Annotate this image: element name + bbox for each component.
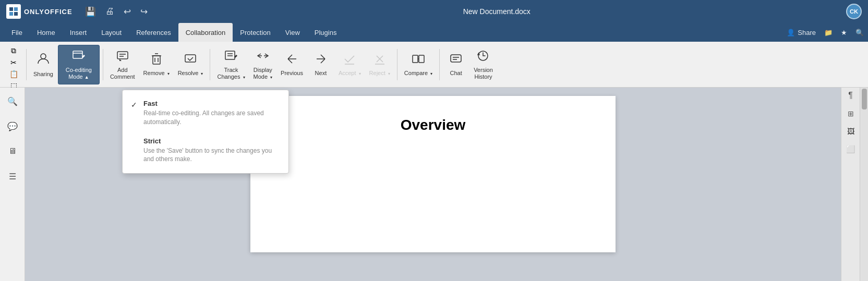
display-mode-button[interactable]: DisplayMode ▾ xyxy=(250,45,276,84)
save-icon[interactable]: 💾 xyxy=(85,6,96,17)
copy-icon: ⧉ xyxy=(11,46,16,55)
previous-button[interactable]: Previous xyxy=(277,45,307,84)
previous-label: Previous xyxy=(281,70,303,77)
sidebar-navigator-icon[interactable]: 🖥 xyxy=(4,143,21,160)
compare-button[interactable]: Compare ▾ xyxy=(401,45,436,84)
reject-button[interactable]: Reject ▾ xyxy=(366,45,394,84)
logo[interactable]: ONLYOFFICE xyxy=(6,4,73,19)
add-comment-button[interactable]: AddComment xyxy=(106,45,139,84)
menu-right: 👤 Share 📁 ★ 🔍 xyxy=(787,23,864,42)
menu-item-home[interactable]: Home xyxy=(30,23,63,42)
copy-button[interactable]: ⧉ xyxy=(4,45,23,57)
chat-button[interactable]: Chat xyxy=(443,45,469,84)
co-editing-dropdown: ✓ Fast Real-time co-editing. All changes… xyxy=(122,90,289,174)
co-editing-mode-button[interactable]: Co-editingMode ▲ xyxy=(58,45,100,84)
left-sidebar: 🔍 💬 🖥 ☰ xyxy=(0,88,25,281)
doc-heading: Overview xyxy=(282,117,584,133)
track-changes-button[interactable]: TrackChanges ▾ xyxy=(213,45,248,84)
svg-rect-16 xyxy=(225,51,235,59)
menu-item-layout[interactable]: Layout xyxy=(94,23,129,42)
menu-item-insert[interactable]: Insert xyxy=(63,23,94,42)
image-icon[interactable]: 🖼 xyxy=(847,127,854,136)
strict-option-desc: Use the 'Save' button to sync the change… xyxy=(143,146,278,164)
fast-option-desc: Real-time co-editing. All changes are sa… xyxy=(143,109,278,127)
dropdown-item-strict[interactable]: Strict Use the 'Save' button to sync the… xyxy=(123,132,288,169)
menu-bar: File Home Insert Layout References Colla… xyxy=(0,23,868,42)
display-mode-label: DisplayMode ▾ xyxy=(254,67,273,80)
share-button[interactable]: 👤 Share xyxy=(787,29,816,36)
doc-page: Overview xyxy=(250,96,616,252)
remove-label: Remove ▾ xyxy=(143,70,170,77)
paste-icon: 📋 xyxy=(9,70,18,78)
scrollbar[interactable] xyxy=(860,88,868,281)
sep1 xyxy=(26,49,27,80)
track-changes-label: TrackChanges ▾ xyxy=(217,67,245,80)
pilcrow-icon[interactable]: ¶ xyxy=(848,91,853,100)
next-button[interactable]: Next xyxy=(308,45,334,84)
undo-icon[interactable]: ↩ xyxy=(124,6,131,17)
sep2 xyxy=(103,49,103,80)
previous-icon xyxy=(285,52,299,68)
menu-item-collaboration[interactable]: Collaboration xyxy=(178,23,233,42)
logo-text: ONLYOFFICE xyxy=(24,8,73,16)
title-bar-tools: 💾 🖨 ↩ ↪ xyxy=(85,6,148,17)
folder-icon[interactable]: 📁 xyxy=(824,29,833,36)
favorite-icon[interactable]: ★ xyxy=(841,29,847,36)
sidebar-search-icon[interactable]: 🔍 xyxy=(4,93,21,109)
resolve-icon xyxy=(183,52,198,68)
sidebar-menu-icon[interactable]: ☰ xyxy=(4,168,21,185)
remove-icon xyxy=(149,52,164,68)
menu-item-file[interactable]: File xyxy=(4,23,30,42)
version-history-label: VersionHistory xyxy=(474,67,493,80)
menu-item-protection[interactable]: Protection xyxy=(233,23,278,42)
co-editing-label: Co-editingMode ▲ xyxy=(66,67,92,80)
ribbon: ⧉ ✂ 📋 ⬚ Sharing Co-ed xyxy=(0,42,868,88)
scrollbar-thumb[interactable] xyxy=(862,89,867,109)
dropdown-item-fast[interactable]: ✓ Fast Real-time co-editing. All changes… xyxy=(123,94,288,132)
fast-option-title: Fast xyxy=(143,100,278,107)
chat-icon xyxy=(449,52,463,68)
redo-icon[interactable]: ↪ xyxy=(140,6,148,17)
reject-label: Reject ▾ xyxy=(369,70,390,77)
cut-button[interactable]: ✂ xyxy=(4,57,23,68)
version-history-button[interactable]: VersionHistory xyxy=(470,45,497,84)
svg-rect-1 xyxy=(14,7,18,11)
square-icon[interactable]: ⬜ xyxy=(846,145,855,153)
svg-rect-0 xyxy=(9,7,13,11)
next-icon xyxy=(314,52,328,68)
sidebar-comments-icon[interactable]: 💬 xyxy=(4,118,21,135)
display-mode-icon xyxy=(256,48,270,65)
strict-option-title: Strict xyxy=(143,137,278,145)
sharing-button[interactable]: Sharing xyxy=(30,45,57,84)
resolve-button[interactable]: Resolve ▾ xyxy=(174,45,207,84)
sep4 xyxy=(397,49,397,80)
svg-point-4 xyxy=(41,54,46,59)
print-icon[interactable]: 🖨 xyxy=(105,6,114,17)
logo-icon xyxy=(6,4,21,19)
svg-rect-5 xyxy=(73,51,82,58)
chat-label: Chat xyxy=(450,70,462,77)
clipboard-group: ⧉ ✂ 📋 ⬚ xyxy=(4,45,23,84)
menu-item-plugins[interactable]: Plugins xyxy=(307,23,344,42)
svg-rect-15 xyxy=(185,55,196,62)
add-comment-icon xyxy=(115,48,130,65)
check-fast-icon: ✓ xyxy=(131,101,137,109)
sharing-label: Sharing xyxy=(33,71,53,78)
svg-rect-24 xyxy=(419,55,424,63)
reject-icon xyxy=(372,52,387,68)
menu-item-view[interactable]: View xyxy=(278,23,307,42)
accept-button[interactable]: Accept ▾ xyxy=(335,45,365,84)
svg-rect-10 xyxy=(153,56,160,64)
accept-label: Accept ▾ xyxy=(339,70,361,77)
sharing-icon xyxy=(36,51,51,69)
remove-button[interactable]: Remove ▾ xyxy=(140,45,173,84)
accept-icon xyxy=(342,52,357,68)
paste-button[interactable]: 📋 xyxy=(4,68,23,80)
doc-title: New Document.docx xyxy=(148,7,846,16)
user-avatar[interactable]: CK xyxy=(846,4,862,19)
svg-rect-3 xyxy=(14,12,18,16)
table-icon[interactable]: ⊞ xyxy=(848,109,854,118)
track-changes-icon xyxy=(224,48,238,65)
search-icon[interactable]: 🔍 xyxy=(855,29,864,36)
menu-item-references[interactable]: References xyxy=(129,23,178,42)
